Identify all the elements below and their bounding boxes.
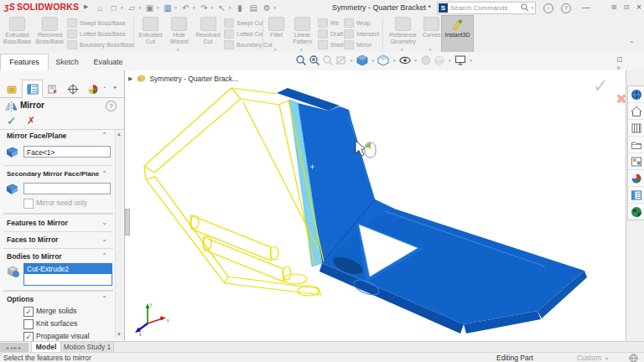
undo-icon[interactable]: ↶ — [179, 3, 192, 13]
confirm-cancel-icon[interactable]: ✖ — [615, 90, 626, 108]
boundary-boss-base-button[interactable]: Boundary Boss/Base — [67, 39, 134, 49]
wrap-button[interactable]: Wrap — [344, 18, 379, 28]
user-account-icon[interactable]: ◦ — [543, 3, 553, 13]
display-style-icon[interactable] — [377, 54, 390, 66]
ribbon-collapse-icon[interactable]: ⌃ — [629, 40, 635, 48]
minimize-button[interactable]: — — [580, 2, 592, 13]
expand-chevron-icon[interactable]: ⌄ — [101, 235, 107, 243]
tab-sketch[interactable]: Sketch — [48, 54, 86, 71]
fillet-button[interactable]: Fillet — [265, 17, 288, 39]
custom-properties-icon[interactable] — [628, 187, 644, 204]
zoom-to-area-icon[interactable] — [309, 54, 320, 66]
rib-button[interactable]: Rib — [318, 18, 344, 28]
scroll-down-icon[interactable]: ▼ — [117, 332, 122, 337]
hole-wizard-button[interactable]: HoleWizard — [165, 17, 193, 45]
document-window-controls[interactable]: ⊡ × — [616, 55, 644, 72]
draft-button[interactable]: Draft — [318, 28, 344, 39]
zoom-to-fit-icon[interactable] — [295, 54, 307, 66]
section-bodies-to-mirror[interactable]: Bodies to Mirror⌃ — [0, 251, 116, 263]
configuration-manager-tab[interactable] — [42, 80, 63, 98]
tab-evaluate[interactable]: Evaluate — [86, 54, 131, 71]
graphics-viewport[interactable]: y x z ▶ Symmetry - Quarter Brack... ✓ ✖ — [125, 70, 626, 341]
lofted-boss-base-button[interactable]: Lofted Boss/Base — [67, 28, 134, 39]
print-icon[interactable]: ▥ — [162, 3, 174, 13]
restore-button[interactable]: ⊡ — [621, 2, 632, 13]
breadcrumb[interactable]: ▶ Symmetry - Quarter Brack... — [128, 74, 238, 83]
feature-manager-tree-tab[interactable] — [2, 80, 23, 98]
previous-view-icon[interactable] — [322, 54, 334, 66]
section-secondary-mirror-face[interactable]: Secondary Mirror Face/Plane⌃ — [0, 169, 116, 181]
select-icon[interactable]: ↖ — [216, 3, 228, 13]
pm-ok-button[interactable]: ✓ — [7, 114, 17, 127]
home-icon[interactable]: ⌂ — [94, 3, 106, 13]
revolved-boss-base-button[interactable]: RevolvedBoss/Base — [34, 17, 65, 45]
display-manager-tab[interactable] — [82, 80, 103, 98]
units-selector[interactable]: Custom — [577, 354, 601, 362]
units-caret-icon[interactable]: ▴ — [605, 354, 608, 360]
file-explorer-icon[interactable] — [628, 137, 644, 153]
knit-surfaces-checkbox[interactable] — [23, 319, 34, 329]
curves-button[interactable]: Curves — [422, 17, 441, 39]
design-library-icon[interactable] — [628, 120, 644, 137]
save-icon[interactable]: ▣ — [143, 3, 156, 13]
swept-boss-base-button[interactable]: Swept Boss/Base — [67, 18, 134, 28]
list-item-selected[interactable]: Cut-Extrude2 — [24, 264, 112, 274]
instant3d-button[interactable]: Instant3D — [441, 15, 474, 54]
close-button[interactable]: × — [633, 2, 644, 13]
collapse-chevron-icon[interactable]: ⌃ — [101, 252, 107, 260]
view-palette-icon[interactable] — [628, 153, 644, 170]
rebuild-icon[interactable]: ▮ — [234, 3, 247, 13]
breadcrumb-expand-icon[interactable]: ▶ — [128, 75, 132, 82]
merge-solids-checkbox[interactable]: ✓ — [23, 307, 34, 317]
revolved-cut-button[interactable]: RevolvedCut — [194, 17, 222, 45]
file-properties-icon[interactable]: ▤ — [247, 3, 260, 13]
status-globe-icon[interactable] — [629, 354, 638, 362]
reference-geometry-button[interactable]: ReferenceGeometry — [385, 17, 421, 45]
section-options[interactable]: Options⌃ — [0, 294, 116, 306]
search-dropdown-caret[interactable]: ▾ — [531, 5, 533, 10]
dimxpert-manager-tab[interactable] — [62, 80, 83, 98]
linear-pattern-button[interactable]: LinearPattern — [289, 17, 315, 45]
bodies-to-mirror-list[interactable]: Cut-Extrude2 — [23, 263, 112, 286]
hide-show-items-icon[interactable] — [399, 54, 412, 66]
home-resources-icon[interactable] — [628, 103, 644, 120]
shell-button[interactable]: Shell — [318, 39, 344, 49]
edit-appearance-icon[interactable] — [420, 54, 432, 66]
redo-icon[interactable]: ↷ — [198, 3, 210, 13]
new-file-icon[interactable]: □ — [107, 3, 120, 13]
intersect-button[interactable]: Intersect — [344, 28, 379, 39]
marketplace-icon[interactable] — [628, 86, 644, 103]
extruded-cut-button[interactable]: ExtrudedCut — [137, 17, 164, 45]
view-orientation-icon[interactable] — [356, 54, 369, 66]
pm-help-icon[interactable]: ? — [106, 101, 117, 111]
extruded-boss-base-button[interactable]: ExtrudedBoss/Base — [2, 17, 33, 45]
view-settings-icon[interactable] — [454, 54, 467, 66]
apply-scene-icon[interactable] — [434, 54, 445, 66]
section-mirror-face[interactable]: Mirror Face/Plane⌃ — [0, 131, 116, 142]
section-view-icon[interactable] — [335, 54, 347, 66]
mirror-face-input[interactable]: Face<1> — [23, 146, 111, 158]
pm-tabs-overflow-dot[interactable]: • — [104, 85, 106, 90]
mirror-button[interactable]: Mirror — [344, 39, 379, 49]
panel-splitter-handle[interactable] — [125, 209, 130, 235]
property-manager-tab[interactable] — [22, 80, 43, 98]
pm-tabs-next-arrow[interactable]: ▸ — [114, 84, 117, 90]
open-file-icon[interactable]: ▱ — [126, 3, 138, 13]
confirm-ok-icon[interactable]: ✓ — [593, 75, 608, 97]
options-gear-icon[interactable]: ⚙ — [261, 3, 273, 13]
search-commands-box[interactable]: S Search Commands ▾ — [437, 2, 536, 14]
scroll-up-icon[interactable]: ▲ — [117, 132, 122, 137]
section-faces-to-mirror[interactable]: Faces to Mirror⌄ — [0, 235, 116, 246]
secondary-mirror-face-input[interactable] — [23, 183, 111, 194]
mirror-seed-only-checkbox[interactable] — [23, 199, 34, 209]
expand-chevron-icon[interactable]: ⌄ — [101, 219, 107, 226]
section-features-to-mirror[interactable]: Features to Mirror⌄ — [0, 218, 116, 230]
collapse-chevron-icon[interactable]: ⌃ — [101, 132, 107, 139]
logo-expand-arrow[interactable]: ▶ — [84, 3, 88, 10]
collapse-chevron-icon[interactable]: ⌃ — [101, 170, 107, 178]
solidworks-forum-icon[interactable] — [628, 204, 644, 220]
cascade-button[interactable]: ⊞ — [608, 2, 620, 13]
search-icon[interactable] — [521, 3, 529, 12]
appearances-scenes-icon[interactable] — [628, 170, 644, 187]
collapse-chevron-icon[interactable]: ⌃ — [101, 295, 107, 303]
